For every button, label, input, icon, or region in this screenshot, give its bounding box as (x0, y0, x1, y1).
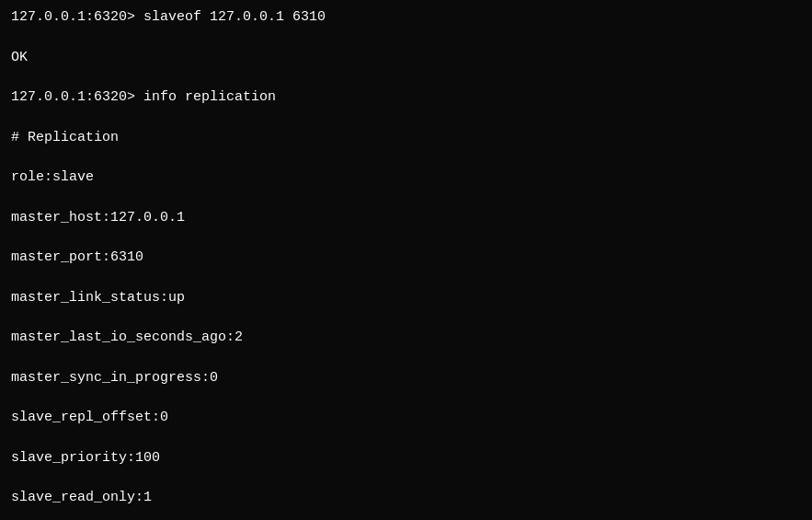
terminal-line: master_host:127.0.0.1 (11, 208, 801, 228)
terminal-line: role:slave (11, 168, 801, 188)
terminal-line: master_sync_in_progress:0 (11, 368, 801, 388)
terminal-line: master_last_io_seconds_ago:2 (11, 328, 801, 348)
terminal-line: slave_repl_offset:0 (11, 408, 801, 428)
terminal[interactable]: 127.0.0.1:6320> slaveof 127.0.0.1 6310 O… (0, 0, 812, 520)
terminal-line: 127.0.0.1:6320> slaveof 127.0.0.1 6310 (11, 7, 801, 28)
terminal-line: 127.0.0.1:6320> info replication (11, 87, 801, 108)
terminal-line: slave_read_only:1 (11, 488, 801, 508)
terminal-line: slave_priority:100 (11, 448, 801, 468)
terminal-line: master_port:6310 (11, 248, 801, 268)
terminal-line: # Replication (11, 128, 801, 148)
terminal-line: OK (11, 48, 801, 68)
terminal-line: master_link_status:up (11, 288, 801, 308)
